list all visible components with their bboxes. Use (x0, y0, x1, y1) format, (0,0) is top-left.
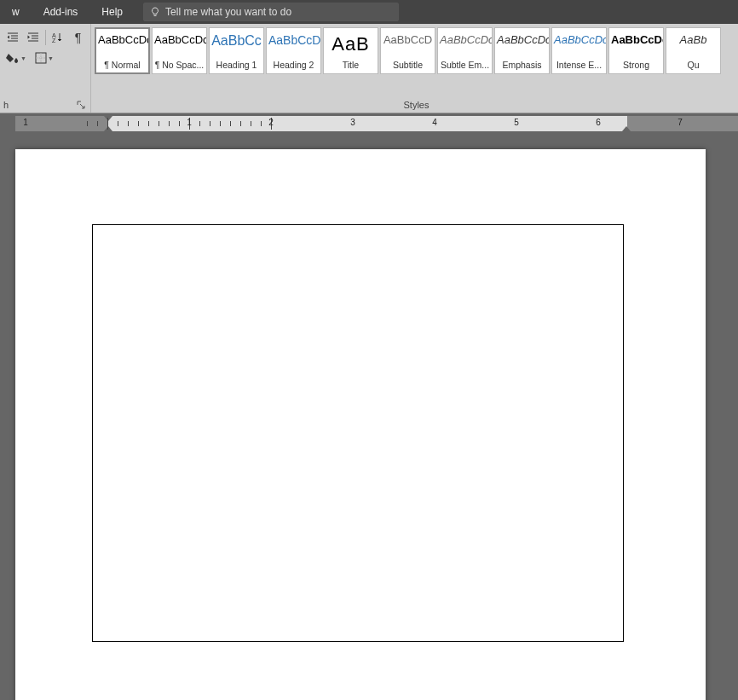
style-card-emphasis[interactable]: AaBbCcDcEmphasis (494, 27, 550, 74)
sort-button[interactable]: AZ (49, 28, 66, 47)
style-preview: AaBbCcD (381, 30, 435, 46)
style-preview: AaBbCcDc (495, 30, 549, 46)
paragraph-group-label: h (3, 100, 9, 110)
style-card-subtitle[interactable]: AaBbCcDSubtitle (380, 27, 435, 74)
style-name: Strong (609, 60, 663, 72)
style-card-subtle-em-[interactable]: AaBbCcDcSubtle Em... (437, 27, 493, 74)
style-preview: AaBbCcDc (552, 30, 606, 46)
tell-me-input[interactable] (165, 6, 393, 18)
style-name: Subtle Em... (438, 60, 492, 72)
style-name: Heading 1 (210, 60, 263, 72)
paragraph-group: AZ ¶ ▼ ▼ h (0, 24, 91, 113)
style-preview: AaBbCcDc (438, 30, 492, 46)
ruler-number: 5 (514, 118, 519, 127)
first-line-indent-marker[interactable] (104, 116, 112, 121)
style-preview: AaBbCcDc (153, 30, 206, 46)
style-preview: AaBbCcDc (609, 30, 663, 46)
style-name: Subtitle (381, 60, 435, 72)
style-name: Heading 2 (267, 60, 320, 72)
ruler-number: 1 (187, 118, 192, 127)
style-preview: AaBbCcD (267, 30, 320, 47)
styles-group-label: Styles (404, 100, 430, 110)
style-card-title[interactable]: AaBTitle (323, 27, 378, 74)
style-name: Intense E... (552, 60, 606, 72)
style-card-heading-1[interactable]: AaBbCcHeading 1 (209, 27, 264, 74)
style-preview: AaB (324, 30, 378, 55)
styles-group: AaBbCcDc¶ NormalAaBbCcDc¶ No Spac...AaBb… (91, 24, 738, 113)
ribbon: AZ ¶ ▼ ▼ h AaBbCcDc¶ NormalAaBbCcDc¶ No … (0, 24, 738, 113)
right-indent-marker[interactable] (622, 126, 631, 131)
style-card-qu[interactable]: AaBbQu (666, 27, 721, 74)
style-card--normal[interactable]: AaBbCcDc¶ Normal (95, 27, 150, 74)
borders-button[interactable]: ▼ (32, 49, 57, 67)
horizontal-ruler[interactable]: 12345671 (15, 116, 738, 131)
menu-bar: w Add-ins Help (0, 0, 738, 24)
document-scroll-area[interactable]: 📋 (Ctrl) ▼ (0, 134, 738, 700)
style-name: ¶ No Spac... (153, 60, 206, 72)
ruler-area: 12345671 (0, 113, 738, 134)
style-card-heading-2[interactable]: AaBbCcDHeading 2 (266, 27, 321, 74)
style-name: Title (324, 60, 378, 72)
ruler-number: 2 (268, 118, 274, 127)
style-name: Qu (666, 60, 720, 72)
style-card-intense-e-[interactable]: AaBbCcDcIntense E... (551, 27, 607, 74)
hanging-indent-marker[interactable] (104, 126, 112, 131)
ruler-number: 3 (350, 118, 355, 127)
ruler-number: 1 (23, 118, 28, 127)
ruler-number: 4 (432, 118, 437, 127)
style-preview: AaBbCc (210, 30, 263, 49)
shading-button[interactable]: ▼ (3, 49, 29, 67)
decrease-indent-button[interactable] (3, 28, 21, 47)
style-card-strong[interactable]: AaBbCcDcStrong (608, 27, 664, 74)
ruler-number: 7 (677, 118, 683, 127)
document-page[interactable]: 📋 (Ctrl) ▼ (15, 149, 706, 700)
menu-item-view-partial[interactable]: w (0, 0, 32, 24)
styles-gallery[interactable]: AaBbCcDc¶ NormalAaBbCcDc¶ No Spac...AaBb… (95, 27, 738, 74)
style-card--no-spac-[interactable]: AaBbCcDc¶ No Spac... (152, 27, 207, 74)
menu-item-addins[interactable]: Add-ins (32, 0, 90, 24)
style-preview: AaBbCcDc (96, 30, 148, 46)
menu-item-help[interactable]: Help (89, 0, 135, 24)
style-preview: AaBb (666, 30, 720, 46)
ruler-number: 6 (596, 118, 601, 127)
lightbulb-icon (149, 6, 160, 18)
paragraph-dialog-launcher[interactable] (75, 99, 87, 111)
svg-text:Z: Z (52, 38, 56, 43)
show-paragraph-marks-button[interactable]: ¶ (69, 28, 87, 47)
style-name: Emphasis (495, 60, 549, 72)
increase-indent-button[interactable] (24, 28, 42, 47)
style-name: ¶ Normal (96, 60, 148, 72)
inserted-rectangle-shape[interactable] (92, 224, 624, 642)
tell-me-search[interactable] (143, 3, 399, 21)
